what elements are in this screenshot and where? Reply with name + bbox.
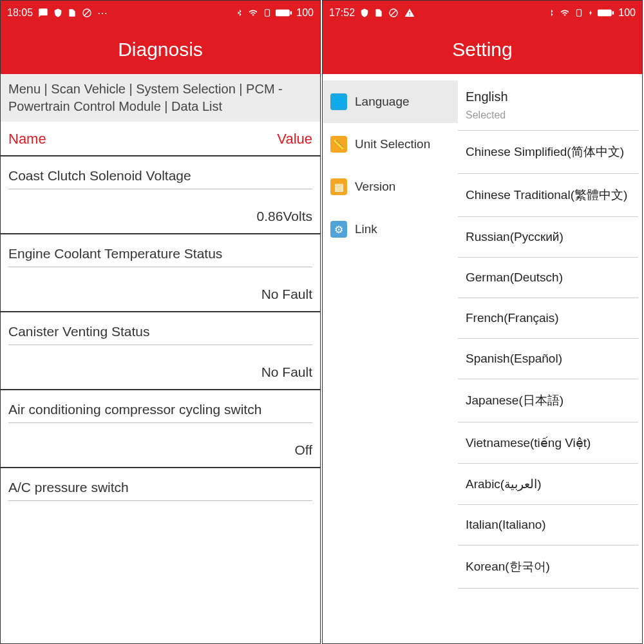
- portrait-icon: [574, 8, 583, 18]
- ruler-icon: 📏: [330, 136, 347, 153]
- wifi-icon: [247, 8, 259, 17]
- breadcrumb: Menu | Scan Vehicle | System Selection |…: [1, 74, 320, 122]
- battery-icon: [276, 8, 292, 17]
- setting-screen: 17:52 100 Setting 🌐 Language 📏 Unit Sele: [322, 0, 643, 644]
- warning-icon: [404, 8, 415, 18]
- data-value: No Fault: [8, 345, 312, 389]
- chat-icon: [38, 8, 48, 18]
- bluetooth-icon: [236, 8, 243, 18]
- language-option[interactable]: Japanese(日本語): [458, 379, 638, 422]
- data-row[interactable]: A/C pressure switch: [1, 468, 320, 520]
- status-time: 18:05: [7, 7, 33, 19]
- document-icon: [68, 8, 77, 18]
- data-list[interactable]: Coast Clutch Solenoid Voltage 0.86Volts …: [1, 156, 320, 643]
- language-option[interactable]: Arabic(العربية): [458, 464, 638, 505]
- menu-label: Unit Selection: [355, 137, 430, 151]
- col-value: Value: [277, 131, 312, 147]
- data-row[interactable]: Canister Venting Status No Fault: [1, 312, 320, 390]
- svg-rect-3: [276, 10, 290, 16]
- data-name: Engine Coolant Temperature Status: [8, 234, 312, 267]
- svg-rect-4: [290, 11, 292, 14]
- grid-icon: ▦: [330, 178, 347, 195]
- status-time: 17:52: [329, 7, 355, 19]
- settings-menu: 🌐 Language 📏 Unit Selection ▦ Version ⚙ …: [323, 74, 458, 643]
- language-option[interactable]: Russian(Русский): [458, 217, 638, 258]
- more-icon: ⋯: [97, 7, 108, 19]
- wifi-icon: [559, 8, 571, 17]
- table-header: Name Value: [1, 122, 320, 156]
- current-language[interactable]: English: [458, 79, 638, 108]
- data-value: No Fault: [8, 267, 312, 311]
- globe-icon: 🌐: [330, 93, 347, 110]
- svg-line-1: [84, 10, 90, 15]
- language-panel: English Selected Chinese Simplified(简体中文…: [458, 74, 642, 643]
- data-row[interactable]: Coast Clutch Solenoid Voltage 0.86Volts: [1, 156, 320, 234]
- menu-item-unit[interactable]: 📏 Unit Selection: [323, 123, 458, 166]
- language-option[interactable]: French(Français): [458, 298, 638, 339]
- status-bar: 18:05 ⋯ 100: [1, 1, 320, 25]
- menu-item-version[interactable]: ▦ Version: [323, 166, 458, 208]
- data-name: Canister Venting Status: [8, 312, 312, 345]
- language-option[interactable]: Korean(한국어): [458, 545, 638, 589]
- data-row[interactable]: Air conditioning compressor cycling swit…: [1, 390, 320, 468]
- menu-item-language[interactable]: 🌐 Language: [323, 80, 458, 123]
- shield-icon: [360, 8, 369, 18]
- data-row[interactable]: Engine Coolant Temperature Status No Fau…: [1, 234, 320, 312]
- data-name: A/C pressure switch: [8, 468, 312, 501]
- diagnosis-screen: 18:05 ⋯ 100 Diagnosis Menu | Scan Vehicl…: [0, 0, 321, 644]
- gear-icon: ⚙: [330, 221, 347, 238]
- language-option[interactable]: German(Deutsch): [458, 258, 638, 298]
- battery-icon: [598, 8, 614, 17]
- data-value: Off: [8, 423, 312, 467]
- document-icon: [374, 8, 383, 18]
- svg-rect-7: [577, 10, 582, 17]
- data-value: 0.86Volts: [8, 189, 312, 233]
- col-name: Name: [8, 131, 46, 147]
- menu-label: Link: [355, 222, 377, 236]
- bluetooth-icon: [547, 8, 555, 18]
- svg-rect-9: [612, 11, 614, 14]
- svg-line-6: [391, 10, 396, 15]
- selected-label: Selected: [458, 108, 638, 131]
- language-option[interactable]: Chinese Traditional(繁體中文): [458, 174, 638, 217]
- data-value: [8, 501, 312, 520]
- status-bar: 17:52 100: [323, 1, 642, 25]
- app-title: Setting: [323, 25, 642, 74]
- app-title: Diagnosis: [1, 25, 320, 74]
- language-option[interactable]: Spanish(Español): [458, 339, 638, 379]
- no-entry-icon: [82, 8, 92, 18]
- menu-label: Version: [355, 180, 395, 194]
- data-name: Air conditioning compressor cycling swit…: [8, 390, 312, 423]
- status-battery: 100: [618, 7, 636, 19]
- language-list[interactable]: Chinese Simplified(简体中文) Chinese Traditi…: [458, 131, 638, 643]
- language-option[interactable]: Chinese Simplified(简体中文): [458, 131, 638, 174]
- menu-label: Language: [355, 95, 410, 109]
- language-option[interactable]: Italian(Italiano): [458, 505, 638, 545]
- status-battery: 100: [296, 7, 314, 19]
- no-entry-icon: [388, 8, 399, 18]
- shield-icon: [53, 8, 62, 18]
- svg-rect-2: [265, 10, 270, 17]
- data-name: Coast Clutch Solenoid Voltage: [8, 156, 312, 189]
- charge-icon: [587, 8, 594, 18]
- language-option[interactable]: Vietnamese(tiếng Việt): [458, 422, 638, 464]
- svg-rect-8: [598, 10, 612, 16]
- menu-item-link[interactable]: ⚙ Link: [323, 208, 458, 251]
- portrait-icon: [263, 8, 272, 18]
